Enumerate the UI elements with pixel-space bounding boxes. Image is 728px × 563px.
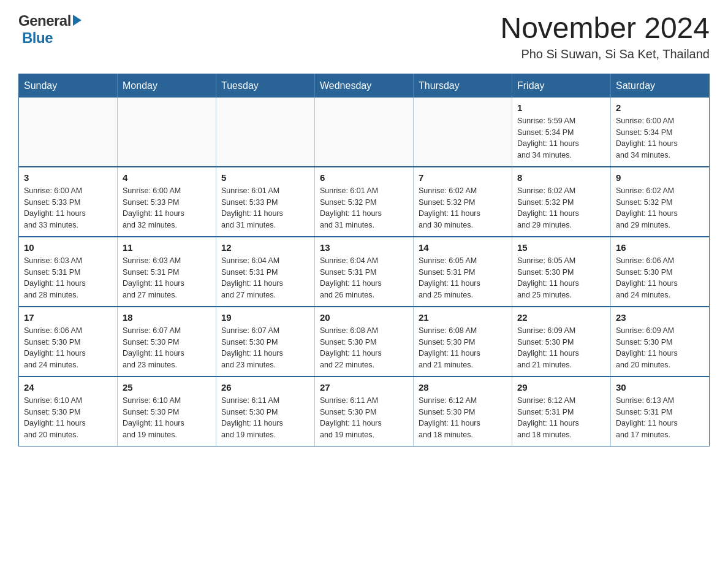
header-friday: Friday (512, 74, 611, 98)
day-info: Sunrise: 6:12 AM Sunset: 5:31 PM Dayligh… (517, 395, 605, 441)
day-info: Sunrise: 6:06 AM Sunset: 5:30 PM Dayligh… (616, 255, 704, 301)
calendar-cell: 5Sunrise: 6:01 AM Sunset: 5:33 PM Daylig… (216, 167, 315, 237)
header-sunday: Sunday (19, 74, 118, 98)
calendar-cell: 17Sunrise: 6:06 AM Sunset: 5:30 PM Dayli… (19, 307, 118, 377)
calendar-cell (118, 98, 216, 167)
logo-general-text: General (18, 12, 71, 29)
day-info: Sunrise: 6:02 AM Sunset: 5:32 PM Dayligh… (616, 185, 704, 231)
day-number: 9 (616, 172, 704, 183)
day-info: Sunrise: 6:01 AM Sunset: 5:32 PM Dayligh… (320, 185, 408, 231)
day-info: Sunrise: 6:02 AM Sunset: 5:32 PM Dayligh… (419, 185, 507, 231)
calendar-cell: 6Sunrise: 6:01 AM Sunset: 5:32 PM Daylig… (315, 167, 414, 237)
header-thursday: Thursday (414, 74, 512, 98)
calendar-cell: 10Sunrise: 6:03 AM Sunset: 5:31 PM Dayli… (19, 237, 118, 307)
calendar-cell: 25Sunrise: 6:10 AM Sunset: 5:30 PM Dayli… (118, 377, 216, 446)
calendar-cell: 22Sunrise: 6:09 AM Sunset: 5:30 PM Dayli… (512, 307, 611, 377)
day-info: Sunrise: 6:08 AM Sunset: 5:30 PM Dayligh… (320, 325, 408, 371)
day-info: Sunrise: 6:09 AM Sunset: 5:30 PM Dayligh… (517, 325, 605, 371)
header-monday: Monday (118, 74, 216, 98)
day-number: 19 (221, 312, 309, 323)
calendar-cell (315, 98, 414, 167)
day-number: 1 (517, 102, 605, 113)
day-number: 21 (419, 312, 507, 323)
day-info: Sunrise: 6:02 AM Sunset: 5:32 PM Dayligh… (517, 185, 605, 231)
day-number: 8 (517, 172, 605, 183)
page-subtitle: Pho Si Suwan, Si Sa Ket, Thailand (500, 47, 710, 61)
day-info: Sunrise: 6:09 AM Sunset: 5:30 PM Dayligh… (616, 325, 704, 371)
week-row-3: 10Sunrise: 6:03 AM Sunset: 5:31 PM Dayli… (19, 237, 710, 307)
day-number: 15 (517, 242, 605, 253)
calendar-cell: 14Sunrise: 6:05 AM Sunset: 5:31 PM Dayli… (414, 237, 512, 307)
header-saturday: Saturday (611, 74, 710, 98)
week-row-2: 3Sunrise: 6:00 AM Sunset: 5:33 PM Daylig… (19, 167, 710, 237)
day-info: Sunrise: 6:10 AM Sunset: 5:30 PM Dayligh… (123, 395, 211, 441)
calendar-cell: 3Sunrise: 6:00 AM Sunset: 5:33 PM Daylig… (19, 167, 118, 237)
calendar-cell: 30Sunrise: 6:13 AM Sunset: 5:31 PM Dayli… (611, 377, 710, 446)
day-number: 7 (419, 172, 507, 183)
header-tuesday: Tuesday (216, 74, 315, 98)
calendar-cell: 13Sunrise: 6:04 AM Sunset: 5:31 PM Dayli… (315, 237, 414, 307)
title-area: November 2024 Pho Si Suwan, Si Sa Ket, T… (500, 12, 710, 61)
logo: General Blue (18, 12, 82, 47)
calendar-cell: 26Sunrise: 6:11 AM Sunset: 5:30 PM Dayli… (216, 377, 315, 446)
day-info: Sunrise: 6:04 AM Sunset: 5:31 PM Dayligh… (221, 255, 309, 301)
day-number: 30 (616, 382, 704, 393)
week-row-1: 1Sunrise: 5:59 AM Sunset: 5:34 PM Daylig… (19, 98, 710, 167)
day-info: Sunrise: 6:00 AM Sunset: 5:34 PM Dayligh… (616, 115, 704, 161)
day-number: 29 (517, 382, 605, 393)
day-number: 23 (616, 312, 704, 323)
calendar-cell (414, 98, 512, 167)
calendar-cell: 4Sunrise: 6:00 AM Sunset: 5:33 PM Daylig… (118, 167, 216, 237)
day-number: 20 (320, 312, 408, 323)
day-info: Sunrise: 6:12 AM Sunset: 5:30 PM Dayligh… (419, 395, 507, 441)
day-number: 12 (221, 242, 309, 253)
day-info: Sunrise: 6:00 AM Sunset: 5:33 PM Dayligh… (24, 185, 112, 231)
calendar-cell: 18Sunrise: 6:07 AM Sunset: 5:30 PM Dayli… (118, 307, 216, 377)
calendar-cell: 21Sunrise: 6:08 AM Sunset: 5:30 PM Dayli… (414, 307, 512, 377)
calendar-cell: 15Sunrise: 6:05 AM Sunset: 5:30 PM Dayli… (512, 237, 611, 307)
day-number: 22 (517, 312, 605, 323)
calendar-cell: 1Sunrise: 5:59 AM Sunset: 5:34 PM Daylig… (512, 98, 611, 167)
day-number: 13 (320, 242, 408, 253)
calendar-cell: 2Sunrise: 6:00 AM Sunset: 5:34 PM Daylig… (611, 98, 710, 167)
day-number: 24 (24, 382, 112, 393)
day-info: Sunrise: 6:06 AM Sunset: 5:30 PM Dayligh… (24, 325, 112, 371)
day-info: Sunrise: 6:05 AM Sunset: 5:31 PM Dayligh… (419, 255, 507, 301)
day-info: Sunrise: 6:00 AM Sunset: 5:33 PM Dayligh… (123, 185, 211, 231)
calendar-cell (19, 98, 118, 167)
week-row-4: 17Sunrise: 6:06 AM Sunset: 5:30 PM Dayli… (19, 307, 710, 377)
day-number: 10 (24, 242, 112, 253)
day-number: 3 (24, 172, 112, 183)
calendar-cell: 27Sunrise: 6:11 AM Sunset: 5:30 PM Dayli… (315, 377, 414, 446)
calendar-cell: 23Sunrise: 6:09 AM Sunset: 5:30 PM Dayli… (611, 307, 710, 377)
day-info: Sunrise: 6:03 AM Sunset: 5:31 PM Dayligh… (123, 255, 211, 301)
day-number: 17 (24, 312, 112, 323)
day-info: Sunrise: 6:10 AM Sunset: 5:30 PM Dayligh… (24, 395, 112, 441)
calendar-cell: 29Sunrise: 6:12 AM Sunset: 5:31 PM Dayli… (512, 377, 611, 446)
page-header: General Blue November 2024 Pho Si Suwan,… (18, 12, 710, 61)
calendar-cell: 19Sunrise: 6:07 AM Sunset: 5:30 PM Dayli… (216, 307, 315, 377)
logo-arrow-icon (73, 15, 82, 26)
day-number: 26 (221, 382, 309, 393)
day-info: Sunrise: 6:04 AM Sunset: 5:31 PM Dayligh… (320, 255, 408, 301)
calendar-cell (216, 98, 315, 167)
day-number: 2 (616, 102, 704, 113)
calendar-cell: 8Sunrise: 6:02 AM Sunset: 5:32 PM Daylig… (512, 167, 611, 237)
day-info: Sunrise: 6:05 AM Sunset: 5:30 PM Dayligh… (517, 255, 605, 301)
calendar-cell: 20Sunrise: 6:08 AM Sunset: 5:30 PM Dayli… (315, 307, 414, 377)
week-row-5: 24Sunrise: 6:10 AM Sunset: 5:30 PM Dayli… (19, 377, 710, 446)
calendar-cell: 12Sunrise: 6:04 AM Sunset: 5:31 PM Dayli… (216, 237, 315, 307)
calendar-cell: 24Sunrise: 6:10 AM Sunset: 5:30 PM Dayli… (19, 377, 118, 446)
calendar-cell: 28Sunrise: 6:12 AM Sunset: 5:30 PM Dayli… (414, 377, 512, 446)
day-number: 14 (419, 242, 507, 253)
day-info: Sunrise: 5:59 AM Sunset: 5:34 PM Dayligh… (517, 115, 605, 161)
day-info: Sunrise: 6:11 AM Sunset: 5:30 PM Dayligh… (221, 395, 309, 441)
day-number: 11 (123, 242, 211, 253)
calendar-cell: 16Sunrise: 6:06 AM Sunset: 5:30 PM Dayli… (611, 237, 710, 307)
calendar-cell: 7Sunrise: 6:02 AM Sunset: 5:32 PM Daylig… (414, 167, 512, 237)
day-number: 28 (419, 382, 507, 393)
day-info: Sunrise: 6:13 AM Sunset: 5:31 PM Dayligh… (616, 395, 704, 441)
day-info: Sunrise: 6:07 AM Sunset: 5:30 PM Dayligh… (221, 325, 309, 371)
day-info: Sunrise: 6:08 AM Sunset: 5:30 PM Dayligh… (419, 325, 507, 371)
logo-blue-text: Blue (22, 29, 53, 47)
